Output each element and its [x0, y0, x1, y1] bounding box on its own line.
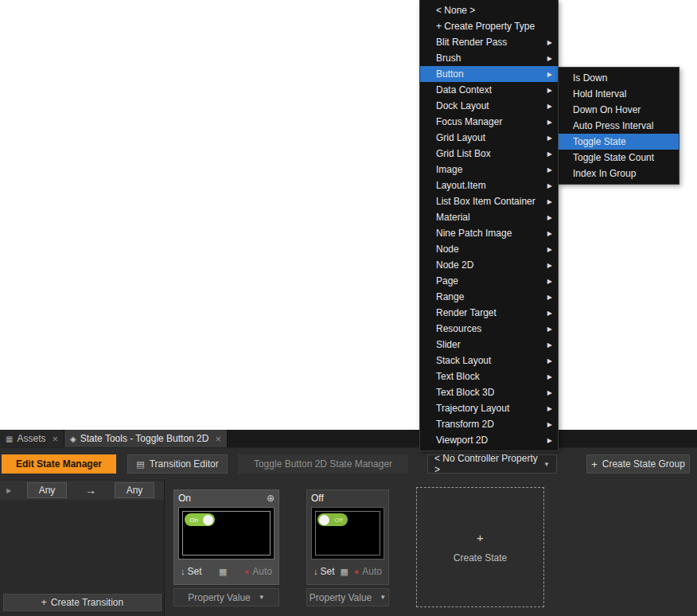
- transition-row[interactable]: ▶ Any → Any: [0, 481, 164, 500]
- property-value-dropdown-off[interactable]: Property Value ▼: [306, 588, 389, 606]
- auto-toggle[interactable]: ● Auto: [244, 566, 272, 577]
- create-transition-button[interactable]: + Create Transition: [3, 594, 162, 611]
- tab-bar: ▦ Assets × ◈ State Tools - Toggle Button…: [0, 430, 697, 448]
- state-card-footer: ↓ Set ▦ ● Auto: [174, 562, 278, 581]
- submenu-arrow-icon: ▶: [547, 294, 552, 301]
- submenu-arrow-icon: ▶: [547, 405, 552, 412]
- menu-item-label: Stack Layout: [436, 355, 543, 366]
- menu-item-label: Material: [436, 212, 543, 223]
- expander-icon[interactable]: ▶: [6, 487, 18, 494]
- menu-item[interactable]: + Create Property Type ▶: [420, 18, 558, 34]
- menu-item[interactable]: Grid List Box ▶: [420, 146, 558, 162]
- menu-item[interactable]: List Box Item Container ▶: [420, 193, 558, 209]
- set-arrow-icon: ↓: [181, 567, 185, 576]
- menu-item[interactable]: Viewport 2D ▶: [420, 432, 558, 448]
- tab-assets-label: Assets: [17, 433, 45, 444]
- menu-item[interactable]: Slider ▶: [420, 337, 558, 353]
- menu-item[interactable]: Render Target ▶: [420, 305, 558, 321]
- submenu-arrow-icon: ▶: [547, 389, 552, 396]
- edit-state-manager-button[interactable]: Edit State Manager: [2, 454, 116, 474]
- menu-item[interactable]: Trajectory Layout ▶: [420, 400, 558, 416]
- close-icon[interactable]: ×: [215, 434, 221, 444]
- menu-item-label: Render Target: [436, 307, 543, 318]
- submenu-item[interactable]: Down On Hover: [559, 102, 679, 118]
- screen: < None > ▶ + Create Property Type ▶ Blit…: [0, 0, 697, 616]
- submenu-item[interactable]: Hold Interval: [559, 86, 679, 102]
- menu-item[interactable]: Text Block 3D ▶: [420, 384, 558, 400]
- submenu-arrow-icon: ▶: [547, 135, 552, 142]
- state-card-on[interactable]: On ⊕ On ↓ Set ▦ ● Auto: [173, 489, 279, 585]
- submenu-arrow-icon: ▶: [547, 87, 552, 94]
- menu-item[interactable]: Data Context ▶: [420, 82, 558, 98]
- menu-item[interactable]: Layout.Item ▶: [420, 177, 558, 193]
- state-preview: Off: [311, 507, 384, 559]
- transition-from[interactable]: Any: [27, 482, 67, 498]
- submenu-item[interactable]: Auto Press Interval: [559, 118, 679, 134]
- menu-item[interactable]: Button ▶: [420, 66, 558, 82]
- menu-item[interactable]: Node 2D ▶: [420, 257, 558, 273]
- menu-item[interactable]: Blit Render Pass ▶: [420, 34, 558, 50]
- state-manager-title: Toggle Button 2D State Manager: [238, 454, 408, 474]
- menu-item[interactable]: Nine Patch Image ▶: [420, 225, 558, 241]
- submenu-item-label: Toggle State Count: [573, 152, 673, 163]
- transition-to[interactable]: Any: [115, 482, 154, 498]
- submenu-arrow-icon: ▶: [547, 150, 552, 158]
- tab-assets[interactable]: ▦ Assets ×: [0, 430, 64, 447]
- toggle-label: Off: [331, 517, 346, 524]
- menu-item[interactable]: Material ▶: [420, 209, 558, 225]
- toggle-knob: [203, 515, 213, 525]
- editor-grid-icon[interactable]: ▦: [219, 567, 227, 577]
- menu-item-label: Viewport 2D: [436, 435, 543, 446]
- state-tools-panel: ▦ Assets × ◈ State Tools - Toggle Button…: [0, 430, 697, 616]
- state-preview: On: [178, 507, 275, 559]
- submenu-arrow-icon: ▶: [547, 230, 552, 237]
- editor-grid-icon[interactable]: ▦: [340, 567, 348, 577]
- menu-item[interactable]: Dock Layout ▶: [420, 98, 558, 114]
- submenu-item[interactable]: Toggle State Count: [559, 150, 679, 166]
- menu-item[interactable]: Range ▶: [420, 289, 558, 305]
- transition-editor-icon: ▤: [136, 459, 144, 470]
- submenu-arrow-icon: ▶: [547, 71, 552, 78]
- transition-editor-button[interactable]: ▤ Transition Editor: [127, 454, 228, 474]
- submenu-arrow-icon: ▶: [547, 246, 552, 253]
- menu-item[interactable]: Image ▶: [420, 162, 558, 177]
- set-label: Set: [188, 566, 202, 577]
- menu-item[interactable]: < None > ▶: [420, 2, 558, 18]
- menu-item-label: Layout.Item: [436, 180, 543, 191]
- menu-item[interactable]: Node ▶: [420, 241, 558, 257]
- submenu-arrow-icon: ▶: [547, 39, 552, 46]
- menu-item[interactable]: Focus Manager ▶: [420, 114, 558, 130]
- submenu-item[interactable]: Toggle State: [559, 134, 679, 150]
- set-button[interactable]: ↓ Set: [313, 566, 335, 577]
- auto-toggle[interactable]: ● Auto: [354, 566, 382, 577]
- menu-item[interactable]: Grid Layout ▶: [420, 130, 558, 146]
- controller-property-dropdown[interactable]: < No Controller Property > ▼: [427, 454, 557, 474]
- menu-item[interactable]: Transform 2D ▶: [420, 416, 558, 432]
- toggle-knob: [319, 515, 329, 525]
- submenu-item[interactable]: Index In Group: [559, 166, 679, 181]
- submenu-arrow-icon: ▶: [547, 198, 552, 205]
- toggle-button-preview: Off: [317, 513, 348, 526]
- tab-state-tools[interactable]: ◈ State Tools - Toggle Button 2D ×: [64, 430, 228, 447]
- property-value-dropdown-on[interactable]: Property Value ▼: [173, 588, 279, 606]
- transition-arrow-icon: →: [67, 484, 115, 497]
- create-state-button[interactable]: + Create State: [416, 487, 544, 607]
- menu-item[interactable]: Stack Layout ▶: [420, 353, 558, 368]
- create-state-group-button[interactable]: + Create State Group: [586, 454, 690, 474]
- set-button[interactable]: ↓ Set: [181, 566, 202, 577]
- submenu-arrow-icon: ▶: [547, 214, 552, 221]
- submenu-item[interactable]: Is Down: [559, 70, 679, 86]
- menu-item[interactable]: Resources ▶: [420, 321, 558, 337]
- property-value-label: Property Value: [310, 592, 372, 603]
- jump-to-state-icon[interactable]: ⊕: [267, 493, 275, 504]
- menu-item-label: < None >: [436, 5, 543, 16]
- menu-item[interactable]: Text Block ▶: [420, 368, 558, 384]
- menu-item-label: + Create Property Type: [436, 21, 543, 32]
- state-card-off[interactable]: Off Off ↓ Set ▦ ● Auto: [306, 489, 389, 585]
- create-transition-label: Create Transition: [51, 597, 123, 608]
- close-icon[interactable]: ×: [52, 434, 58, 444]
- menu-item-label: Page: [436, 275, 543, 287]
- menu-item[interactable]: Brush ▶: [420, 50, 558, 66]
- menu-item[interactable]: Page ▶: [420, 273, 558, 289]
- submenu-arrow-icon: ▶: [547, 103, 552, 110]
